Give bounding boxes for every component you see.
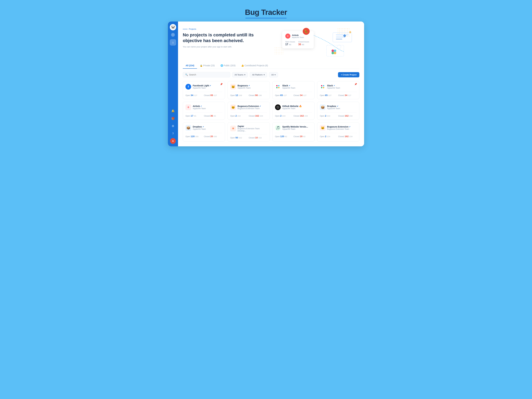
card-team: Bugasura Extension Team xyxy=(238,108,261,110)
closed-value: 162 xyxy=(345,135,348,138)
create-project-button[interactable]: + Create Project xyxy=(338,72,359,77)
open-value: 65 xyxy=(280,94,283,96)
closed-value: 162 xyxy=(345,114,348,117)
open-stat: Open 2 /234 xyxy=(230,114,249,117)
project-card[interactable]: 🐱 Bugasura Extension ✔ Bugasura Extensio… xyxy=(228,102,270,120)
all-filter[interactable]: All ▾ xyxy=(269,72,278,77)
verified-icon: ✔ xyxy=(260,105,261,107)
tab-private[interactable]: 🔒 Private (23) xyxy=(197,63,217,69)
hero-subtitle: You can name your project after your app… xyxy=(183,45,269,48)
dots-decoration-1 xyxy=(337,28,350,37)
closed-stat: Closed 162 /234 xyxy=(249,114,267,117)
all-teams-filter[interactable]: All Teams ▾ xyxy=(232,72,248,77)
project-card[interactable]: 📦 Dropbox ✔ Appachhi Team Open 2 /234 Cl… xyxy=(317,102,359,120)
open-value: 2 xyxy=(325,135,326,138)
tab-all[interactable]: All (234) xyxy=(183,63,197,69)
closed-stat: Closed 10 /153 xyxy=(249,136,267,139)
verified-icon: ✔ xyxy=(337,105,338,107)
sidebar-item-bell[interactable]: 🔔 xyxy=(170,108,176,114)
projects-grid: 📌 f Facebook Light ✔ Appachhi Team Open … xyxy=(183,81,359,142)
project-card[interactable]: 📦 Dropbox ✔ Appachhi Team Open 120 /265 … xyxy=(183,122,225,142)
hero-visual: 🐛 ✈ Airbnb Appachhi Team Open Issues 17 xyxy=(273,26,359,58)
project-card[interactable]: ✈ Airbnb ✔ Appachhi Team Open 17 /65 Clo… xyxy=(183,102,225,120)
search-box: 🔍 xyxy=(183,72,230,77)
toolbar: 🔍 All Teams ▾ All Platform ▾ All ▾ + Cre… xyxy=(183,72,359,77)
open-label: Open xyxy=(185,135,191,138)
card-title: Dropbox ✔ xyxy=(327,105,340,108)
project-card[interactable]: 📌 f Facebook Light ✔ Appachhi Team Open … xyxy=(183,81,225,99)
open-total: /127 xyxy=(194,95,197,96)
sidebar-item-settings[interactable]: ⚙ xyxy=(170,123,176,129)
verified-icon: ✔ xyxy=(334,85,335,87)
open-total: /265 xyxy=(195,136,198,138)
hero-title: No projects is completed untill its obje… xyxy=(183,32,269,44)
open-total: /234 xyxy=(237,115,241,117)
svg-point-4 xyxy=(337,45,341,49)
open-total: /82 xyxy=(285,136,287,138)
card-header: Slack ✔ Appachhi Team xyxy=(275,84,312,89)
tabs-section: All (234) 🔒 Private (23) 🌐 Public (203) … xyxy=(183,63,359,69)
open-value: 120 xyxy=(280,135,284,138)
tab-public[interactable]: 🌐 Public (203) xyxy=(218,63,239,69)
project-card[interactable]: 🎵 Spotify Website Versio... Appachhi Tea… xyxy=(272,122,315,142)
card-stats: Open 34 /127 Closed 09 /127 xyxy=(185,92,222,96)
svg-point-14 xyxy=(278,85,279,86)
closed-label: Closed xyxy=(249,115,255,117)
search-input[interactable] xyxy=(189,73,228,76)
card-title: Github Website 🔥 xyxy=(282,105,302,108)
all-platform-filter[interactable]: All Platform ▾ xyxy=(250,72,267,77)
sidebar-item-help[interactable]: ? xyxy=(170,131,176,137)
card-team: Appachhi Team xyxy=(327,108,340,110)
main-content: Projects No projects is completed untill… xyxy=(178,21,364,146)
open-label: Open xyxy=(230,115,235,117)
closed-value: 98 xyxy=(255,94,258,96)
open-stat: Open 12 /198 xyxy=(230,94,249,96)
sidebar-item-home[interactable]: ⌂ xyxy=(170,39,176,45)
open-total: /234 xyxy=(327,136,330,138)
sidebar-toggle[interactable]: › xyxy=(171,33,175,37)
pin-icon: 📌 xyxy=(220,83,223,85)
project-card[interactable]: 🐱 Bugasura Extension ✔ Bugasura Extensio… xyxy=(317,122,359,142)
sidebar: 🐼 › ⌂ 👤 🔔 🎁 ⚙ ? A xyxy=(168,21,178,146)
sidebar-item-user[interactable]: 👤 xyxy=(170,47,176,53)
card-title: Bugasura Extension ✔ xyxy=(238,105,261,108)
open-value: 2 xyxy=(325,114,326,117)
open-value: 65 xyxy=(325,94,328,96)
project-card[interactable]: 🐱 Bugasura ✔ Appachhi Team Open 12 /198 … xyxy=(228,81,270,99)
open-stat: Open 120 /265 xyxy=(185,135,204,138)
hero-text: Projects No projects is completed untill… xyxy=(183,26,269,58)
open-total: /127 xyxy=(283,95,287,96)
search-icon: 🔍 xyxy=(185,73,188,76)
sidebar-item-gift[interactable]: 🎁 xyxy=(170,115,176,122)
open-stat: Open 50 /153 xyxy=(230,136,249,139)
closed-total: /265 xyxy=(214,136,217,138)
project-card[interactable]: Slack ✔ Appachhi Team Open 65 /127 Close… xyxy=(272,81,315,99)
card-header: ✳ Zapier Bugasura Extension Team Develop… xyxy=(230,125,267,132)
project-card[interactable]: ⚫ Github Website 🔥 Appachhi Team Open 2 … xyxy=(272,102,315,120)
closed-total: /127 xyxy=(214,95,217,96)
project-card[interactable]: ✳ Zapier Bugasura Extension Team Develop… xyxy=(228,122,270,142)
verified-icon: ✔ xyxy=(289,85,290,87)
closed-stat: Closed 20 /82 xyxy=(293,135,312,138)
card-stats: Open 17 /65 Closed 36 /65 xyxy=(185,112,222,117)
open-label: Open xyxy=(320,135,325,138)
svg-point-7 xyxy=(334,50,336,52)
svg-point-17 xyxy=(321,85,322,86)
closed-stat: Closed 162 /234 xyxy=(293,114,312,117)
card-title: Bugasura ✔ xyxy=(238,84,251,87)
card-stats: Open 12 /198 Closed 98 /198 xyxy=(230,92,267,96)
avatar[interactable]: A xyxy=(170,138,176,144)
closed-stat: Closed 09 /127 xyxy=(204,94,222,96)
project-card[interactable]: 📌 Slack ✔ Appachhi Team Open 65 /127 xyxy=(317,81,359,99)
card-header: 🐱 Bugasura Extension ✔ Bugasura Extensio… xyxy=(320,125,357,131)
tab-contributed[interactable]: 👍 Contributed Projects (8) xyxy=(238,63,271,69)
airbnb-closed-label: Closed Issues xyxy=(298,41,309,43)
sidebar-logo: 🐼 xyxy=(170,24,176,30)
closed-label: Closed xyxy=(338,94,345,96)
open-stat: Open 2 /234 xyxy=(320,135,338,138)
card-header: 🐱 Bugasura Extension ✔ Bugasura Extensio… xyxy=(230,104,267,110)
svg-rect-3 xyxy=(336,39,342,39)
card-team: Appachhi Team xyxy=(238,87,251,89)
verified-icon: ✔ xyxy=(349,126,350,128)
card-stats: Open 2 /234 Closed 162 /234 xyxy=(320,133,357,138)
